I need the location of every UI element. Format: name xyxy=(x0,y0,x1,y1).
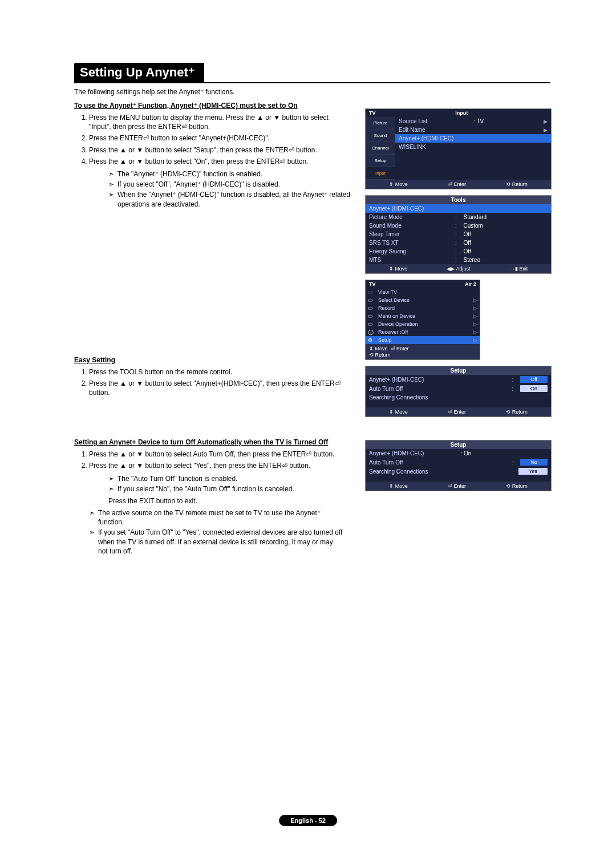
chevron-right-icon: ▷ xyxy=(473,337,477,343)
tv-icon: ▭ xyxy=(368,289,378,295)
menu-row: ▭View TV xyxy=(366,288,480,296)
chevron-right-icon: ▷ xyxy=(473,321,477,327)
step: Press the TOOLS button on the remote con… xyxy=(89,367,351,377)
record-icon: ▭ xyxy=(368,305,378,311)
menu-row[interactable]: Anynet+ (HDMI-CEC):Off xyxy=(366,375,551,384)
section3-notes2: The active source on the TV remote must … xyxy=(89,508,550,556)
hint-enter: ⏎ Enter xyxy=(448,409,466,415)
hint-return: ⟲ Return xyxy=(506,181,528,187)
menu-row[interactable]: ▭Menu on Device▷ xyxy=(366,312,480,320)
sidebar-item[interactable]: Sound xyxy=(366,130,395,142)
chevron-right-icon: ▷ xyxy=(473,305,477,311)
menu-row[interactable]: Auto Turn Off:On xyxy=(366,384,551,393)
page-title: Setting Up Anynet⁺ xyxy=(74,63,204,82)
hint-move: ⇕ Move xyxy=(389,181,408,187)
note: If you select "Off", "Anynet⁺ (HDMI-CEC)… xyxy=(108,180,363,189)
step: Press the ▲ or ▼ button to select Auto T… xyxy=(89,450,351,459)
menu-title: Setup xyxy=(366,440,551,449)
note: The active source on the TV remote must … xyxy=(89,508,343,527)
menu-row[interactable]: ▭Record▷ xyxy=(366,304,480,312)
step: Press the ▲ or ▼ button to select "On", … xyxy=(89,157,351,166)
note: If you set "Auto Turn Off" to "Yes", con… xyxy=(89,528,343,556)
operation-icon: ▭ xyxy=(368,321,378,327)
menu-title: Setup xyxy=(366,366,551,375)
air-label: Air 2 xyxy=(465,281,476,287)
hint-enter: ⏎ Enter xyxy=(448,483,466,489)
hint-move: ⇕ Move xyxy=(389,266,408,272)
menu-row[interactable]: WISELINK xyxy=(395,143,551,151)
menu-row[interactable]: Energy Saving:Off xyxy=(366,247,551,256)
menu-row-selected[interactable]: ⚙Setup▷ xyxy=(366,336,480,344)
osd-setup-menu-1: Setup Anynet+ (HDMI-CEC):Off Auto Turn O… xyxy=(365,366,552,417)
chevron-right-icon: ▷ xyxy=(473,313,477,319)
sidebar-item[interactable]: Picture xyxy=(366,117,395,130)
device-icon: ▭ xyxy=(368,297,378,303)
menu-row[interactable]: Auto Turn Off:No xyxy=(366,458,551,467)
exit-line: Press the EXIT button to exit. xyxy=(108,497,354,505)
menu-title: Input xyxy=(455,110,468,116)
menu-row[interactable]: Source List: TV▶ xyxy=(395,117,551,126)
menu-title: Tools xyxy=(366,196,551,204)
osd-footer: ⇕ Move ⏎ Enter ⟲ Return xyxy=(366,482,551,491)
value-box[interactable]: On xyxy=(520,385,548,392)
value-box[interactable]: No xyxy=(520,459,548,466)
chevron-right-icon: ▶ xyxy=(544,119,548,124)
step: Press the ▲ or ▼ button to select "Setup… xyxy=(89,145,351,155)
menu-row[interactable]: ▭Select Device▷ xyxy=(366,296,480,304)
sidebar-item[interactable]: Channel xyxy=(366,142,395,155)
sidebar-item[interactable]: Input xyxy=(366,167,395,180)
menu-icon: ▭ xyxy=(368,313,378,319)
menu-row-selected[interactable]: Anynet+ (HDMI-CEC) xyxy=(395,134,551,143)
hint-enter: ⏎ Enter xyxy=(448,181,466,187)
intro-text: The following settings help set the Anyn… xyxy=(74,88,550,96)
menu-row[interactable]: Searching Connections xyxy=(366,393,551,402)
osd-anynet-menu: TVAir 2 ▭View TV ▭Select Device▷ ▭Record… xyxy=(365,280,480,360)
hint-move: ⇕ Move xyxy=(369,346,388,351)
menu-row[interactable]: Edit Name▶ xyxy=(395,126,551,134)
tv-label: TV xyxy=(369,281,376,287)
hint-move: ⇕ Move xyxy=(389,409,408,415)
osd-footer: ⇕ Move ⏎ Enter ⟲ Return xyxy=(366,180,551,189)
chevron-right-icon: ▷ xyxy=(473,297,477,303)
menu-row[interactable]: SRS TS XT:Off xyxy=(366,238,551,247)
value-box[interactable]: Off xyxy=(520,376,548,383)
gear-icon: ⚙ xyxy=(368,337,378,343)
menu-row[interactable]: MTS:Stereo xyxy=(366,256,551,264)
tv-label: TV xyxy=(369,110,376,116)
hint-return: ⟲ Return xyxy=(369,352,391,358)
osd-footer: ⇕ Move ⏎ Enter ⟲ Return xyxy=(366,407,551,417)
hint-exit: →▮ Exit xyxy=(510,266,528,272)
note: When the "Anynet⁺ (HDMI-CEC)" function i… xyxy=(108,190,363,208)
step: Press the ENTER⏎ button to select "Anyne… xyxy=(89,134,351,143)
chevron-right-icon: ▶ xyxy=(544,127,548,133)
note: The "Anynet⁺ (HDMI-CEC)" function is ena… xyxy=(108,169,363,179)
sidebar-item[interactable]: Setup xyxy=(366,155,395,167)
page-number: English - 52 xyxy=(279,815,337,826)
hint-return: ⟲ Return xyxy=(506,483,528,489)
hint-enter: ⏎ Enter xyxy=(391,346,409,351)
step: Press the MENU button to display the men… xyxy=(89,113,351,131)
menu-row[interactable]: Searching ConnectionsYes xyxy=(366,467,551,476)
menu-row-selected[interactable]: Anynet+ (HDMI-CEC) xyxy=(366,204,551,213)
receiver-icon: ◯ xyxy=(368,329,378,335)
osd-setup-menu-2: Setup Anynet+ (HDMI-CEC): On Auto Turn O… xyxy=(365,440,552,491)
menu-row[interactable]: Sound Mode:Custom xyxy=(366,221,551,230)
step: Press the ▲ or ▼ button to select "Yes",… xyxy=(89,461,351,470)
note: If you select "No", the "Auto Turn Off" … xyxy=(108,484,363,494)
value-box[interactable]: Yes xyxy=(518,468,548,475)
menu-row[interactable]: ▭Device Operation▷ xyxy=(366,320,480,328)
hint-move: ⇕ Move xyxy=(389,483,408,489)
chevron-right-icon: ▷ xyxy=(473,329,477,335)
note: The "Auto Turn Off" function is enabled. xyxy=(108,474,363,483)
osd-input-menu: TVInput Picture Sound Channel Setup Inpu… xyxy=(365,108,552,189)
osd-footer: ⇕ Move ⏎ Enter ⟲ Return xyxy=(366,344,480,359)
hint-adjust: ◀▶ Adjust xyxy=(447,266,470,272)
menu-row[interactable]: ◯Receiver :Off▷ xyxy=(366,328,480,336)
step: Press the ▲ or ▼ button to select "Anyne… xyxy=(89,379,351,397)
osd-sidebar: Picture Sound Channel Setup Input xyxy=(366,117,395,180)
menu-row[interactable]: Anynet+ (HDMI-CEC): On xyxy=(366,449,551,458)
menu-row[interactable]: Sleep Timer:Off xyxy=(366,230,551,238)
osd-tools-menu: Tools Anynet+ (HDMI-CEC) Picture Mode:St… xyxy=(365,195,552,274)
hint-return: ⟲ Return xyxy=(506,409,528,415)
menu-row[interactable]: Picture Mode:Standard xyxy=(366,213,551,221)
